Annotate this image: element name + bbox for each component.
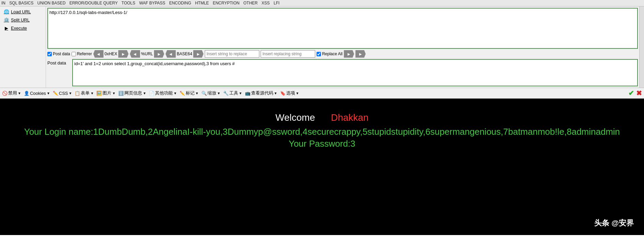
execute-icon: ▶: [3, 25, 10, 31]
post-data-row: Post data id=1' and 1=2 union select 1,g…: [47, 59, 638, 86]
post-data-checkbox-text: Post data: [53, 52, 70, 56]
apply-replace-arrow2[interactable]: ▶: [355, 50, 366, 58]
url-arrow-right[interactable]: ▶: [154, 50, 164, 58]
pageinfo-arrow: ▼: [143, 91, 146, 95]
nav-encryption[interactable]: ENCRYPTION: [213, 1, 239, 5]
menu-cookies[interactable]: 👤 Cookies ▼: [24, 91, 50, 96]
hex-arrow-left[interactable]: ◀: [93, 50, 104, 58]
password-label: Your Password:: [289, 138, 350, 149]
password-line: Your Password:3: [7, 138, 637, 149]
menu-options[interactable]: 🔖 选项 ▼: [280, 90, 299, 96]
nav-in[interactable]: IN: [1, 1, 5, 5]
nav-xss[interactable]: XSS: [262, 1, 270, 5]
nav-error[interactable]: ERROR/DOUBLE QUERY: [70, 1, 118, 5]
menu-zoom[interactable]: 🔍 缩放 ▼: [201, 90, 220, 96]
toolbar-row: Post data Referrer ◀ 0xHEX ▶ ◀ %URL ▶: [47, 50, 638, 58]
password-value: 3: [350, 138, 355, 149]
load-url-label: Load URL: [11, 9, 31, 14]
insert-replace-input[interactable]: [205, 50, 259, 58]
zoom-icon: 🔍: [201, 91, 207, 96]
replace-all-text: Replace All: [322, 52, 342, 56]
source-arrow: ▼: [274, 91, 277, 95]
replace-all-checkbox[interactable]: [317, 52, 321, 56]
load-url-button[interactable]: 🌐 Load URL: [2, 8, 44, 15]
menu-disable[interactable]: 🚫 禁用 ▼: [2, 90, 21, 96]
menu-pageinfo[interactable]: ℹ️ 网页信息 ▼: [118, 90, 146, 96]
login-name-label: Your Login name:: [24, 127, 93, 137]
source-icon: 📺: [245, 91, 250, 96]
tools-arrow: ▼: [239, 91, 242, 95]
user-name: Dhakkan: [331, 112, 369, 123]
nav-htmle[interactable]: HTMLE: [195, 1, 209, 5]
base64-arrow-right[interactable]: ▶: [193, 50, 203, 58]
insert-replacing-input[interactable]: [261, 50, 315, 58]
images-icon: 🖼️: [96, 91, 102, 96]
post-data-input[interactable]: id=1' and 1=2 union select 1,group_conca…: [72, 59, 638, 86]
other-arrow: ▼: [173, 91, 177, 95]
nav-union[interactable]: UNION BASED: [37, 1, 66, 5]
referrer-checkbox-label[interactable]: Referrer: [72, 52, 92, 56]
left-sidebar: 🌐 Load URL ⚙️ Split URL ▶ Execute: [0, 6, 46, 88]
disable-arrow: ▼: [18, 91, 21, 95]
nav-tools[interactable]: TOOLS: [122, 1, 135, 5]
menu-tools[interactable]: 🔧 工具 ▼: [223, 90, 242, 96]
images-arrow: ▼: [112, 91, 116, 95]
css-arrow: ▼: [69, 91, 72, 95]
web-content: Welcome Dhakkan Your Login name:1DumbDum…: [0, 99, 644, 235]
base64-label: BASE64: [176, 52, 193, 56]
replace-all-checkbox-label[interactable]: Replace All: [317, 52, 342, 56]
disable-icon: 🚫: [2, 91, 7, 96]
apply-replace-arrow[interactable]: ▶: [344, 50, 354, 58]
welcome-text: Welcome: [275, 112, 315, 123]
mark-icon: ✏️: [180, 91, 185, 96]
referrer-checkbox-text: Referrer: [77, 52, 92, 56]
nav-menu: IN SQL BASICS UNION BASED ERROR/DOUBLE Q…: [0, 0, 644, 6]
menu-css[interactable]: ✏️ CSS ▼: [53, 91, 72, 96]
nav-sql-basics[interactable]: SQL BASICS: [9, 1, 33, 5]
url-input[interactable]: http://127.0.0.1/sqli-labs-master/Less-1…: [47, 8, 638, 49]
menu-mark[interactable]: ✏️ 标记 ▼: [180, 90, 199, 96]
nav-lfi[interactable]: LFI: [274, 1, 279, 5]
nav-encoding[interactable]: ENCODING: [169, 1, 191, 5]
menu-other[interactable]: 📄 其他功能 ▼: [149, 90, 177, 96]
referrer-checkbox[interactable]: [72, 52, 76, 56]
menu-forms[interactable]: 📋 表单 ▼: [75, 90, 94, 96]
options-arrow: ▼: [296, 91, 299, 95]
cookies-arrow: ▼: [47, 91, 50, 95]
scrollbar[interactable]: [639, 6, 644, 88]
forms-icon: 📋: [75, 91, 80, 96]
url-arrow-left[interactable]: ◀: [130, 50, 140, 58]
other-icon: 📄: [149, 91, 154, 96]
execute-button[interactable]: ▶ Execute: [2, 24, 44, 32]
options-icon: 🔖: [280, 91, 286, 96]
menu-source[interactable]: 📺 查看源代码 ▼: [245, 90, 277, 96]
cookies-icon: 👤: [24, 91, 29, 96]
hex-arrow-right[interactable]: ▶: [118, 50, 128, 58]
nav-waf[interactable]: WAF BYPASS: [139, 1, 165, 5]
load-url-icon: 🌐: [3, 9, 10, 15]
post-data-checkbox-label[interactable]: Post data: [47, 52, 70, 56]
zoom-arrow: ▼: [217, 91, 220, 95]
pageinfo-icon: ℹ️: [118, 91, 124, 96]
check-icon: ✔: [628, 89, 634, 97]
nav-other[interactable]: OTHER: [243, 1, 258, 5]
bottom-toolbar: 🚫 禁用 ▼ 👤 Cookies ▼ ✏️ CSS ▼ 📋 表单 ▼ 🖼️ 图片…: [0, 88, 644, 98]
split-url-icon: ⚙️: [3, 17, 10, 23]
tools-icon: 🔧: [223, 91, 229, 96]
post-data-checkbox[interactable]: [47, 52, 52, 56]
right-content: http://127.0.0.1/sqli-labs-master/Less-1…: [46, 6, 639, 88]
base64-arrow-left[interactable]: ◀: [166, 50, 176, 58]
bottom-toolbar-right: ✔ ✖: [628, 89, 642, 97]
post-data-label: Post data: [47, 59, 70, 65]
login-name-value: 1DumbDumb,2AngelinaI-kill-you,3Dummyp@ss…: [93, 127, 620, 137]
split-url-label: Split URL: [11, 17, 30, 23]
forms-arrow: ▼: [90, 91, 94, 95]
css-icon: ✏️: [53, 91, 58, 96]
x-icon: ✖: [636, 89, 642, 97]
split-url-button[interactable]: ⚙️ Split URL: [2, 16, 44, 24]
menu-images[interactable]: 🖼️ 图片 ▼: [96, 90, 116, 96]
execute-label: Execute: [11, 26, 27, 31]
mark-arrow: ▼: [195, 91, 199, 95]
watermark: 头条 @安界: [594, 218, 634, 228]
url-encode-label: %URL: [140, 52, 154, 56]
